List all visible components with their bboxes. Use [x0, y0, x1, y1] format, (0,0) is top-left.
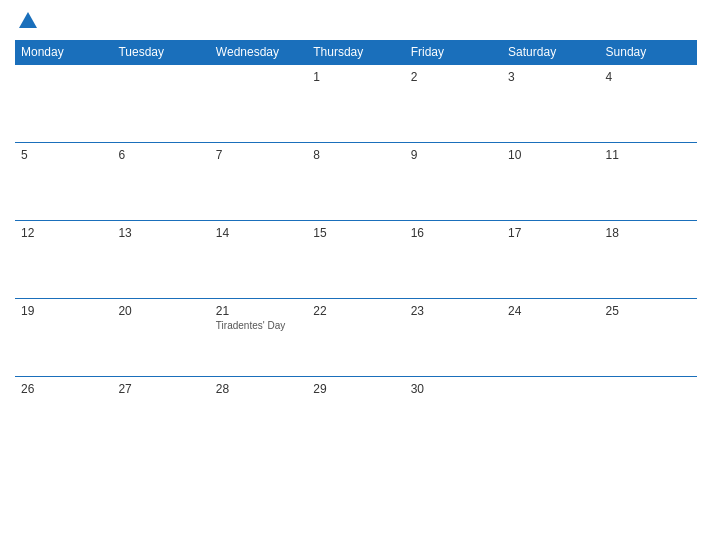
- day-number: 13: [118, 226, 203, 240]
- day-number: 14: [216, 226, 301, 240]
- day-cell: 2: [405, 65, 502, 143]
- week-row-4: 192021Tiradentes' Day22232425: [15, 299, 697, 377]
- day-cell: 17: [502, 221, 599, 299]
- day-cell: 6: [112, 143, 209, 221]
- calendar-body: 123456789101112131415161718192021Tiraden…: [15, 65, 697, 455]
- day-number: 3: [508, 70, 593, 84]
- day-number: 16: [411, 226, 496, 240]
- logo-icon: [17, 10, 39, 32]
- day-number: 23: [411, 304, 496, 318]
- day-number: 25: [606, 304, 691, 318]
- day-number: 27: [118, 382, 203, 396]
- day-cell: 22: [307, 299, 404, 377]
- day-cell: 7: [210, 143, 307, 221]
- day-cell: 11: [600, 143, 697, 221]
- day-cell: 4: [600, 65, 697, 143]
- day-number: 12: [21, 226, 106, 240]
- day-cell: 24: [502, 299, 599, 377]
- day-number: 8: [313, 148, 398, 162]
- day-cell: 1: [307, 65, 404, 143]
- day-number: 29: [313, 382, 398, 396]
- calendar-header: MondayTuesdayWednesdayThursdayFridaySatu…: [15, 40, 697, 65]
- day-number: 11: [606, 148, 691, 162]
- header: [15, 10, 697, 32]
- day-number: 5: [21, 148, 106, 162]
- day-cell: [112, 65, 209, 143]
- day-number: 18: [606, 226, 691, 240]
- col-header-saturday: Saturday: [502, 40, 599, 65]
- day-cell: 29: [307, 377, 404, 455]
- day-number: 21: [216, 304, 301, 318]
- day-cell: [502, 377, 599, 455]
- day-cell: 20: [112, 299, 209, 377]
- day-cell: 8: [307, 143, 404, 221]
- col-header-tuesday: Tuesday: [112, 40, 209, 65]
- day-cell: 26: [15, 377, 112, 455]
- day-cell: 5: [15, 143, 112, 221]
- day-cell: 9: [405, 143, 502, 221]
- day-cell: 28: [210, 377, 307, 455]
- col-header-wednesday: Wednesday: [210, 40, 307, 65]
- day-number: 2: [411, 70, 496, 84]
- day-number: 1: [313, 70, 398, 84]
- day-cell: [600, 377, 697, 455]
- day-number: 15: [313, 226, 398, 240]
- day-cell: [210, 65, 307, 143]
- day-number: 10: [508, 148, 593, 162]
- day-number: 4: [606, 70, 691, 84]
- col-header-monday: Monday: [15, 40, 112, 65]
- day-cell: 3: [502, 65, 599, 143]
- day-cell: 30: [405, 377, 502, 455]
- day-cell: 23: [405, 299, 502, 377]
- week-row-1: 1234: [15, 65, 697, 143]
- week-row-2: 567891011: [15, 143, 697, 221]
- day-cell: 13: [112, 221, 209, 299]
- col-header-friday: Friday: [405, 40, 502, 65]
- day-number: 20: [118, 304, 203, 318]
- day-cell: 16: [405, 221, 502, 299]
- day-cell: 14: [210, 221, 307, 299]
- logo: [15, 10, 39, 32]
- day-number: 30: [411, 382, 496, 396]
- day-number: 17: [508, 226, 593, 240]
- day-number: 24: [508, 304, 593, 318]
- day-number: 22: [313, 304, 398, 318]
- day-cell: 25: [600, 299, 697, 377]
- event-label: Tiradentes' Day: [216, 320, 301, 331]
- week-row-3: 12131415161718: [15, 221, 697, 299]
- day-cell: 19: [15, 299, 112, 377]
- day-cell: 27: [112, 377, 209, 455]
- day-cell: 15: [307, 221, 404, 299]
- day-number: 7: [216, 148, 301, 162]
- svg-marker-0: [19, 12, 37, 28]
- day-cell: [15, 65, 112, 143]
- day-cell: 10: [502, 143, 599, 221]
- day-number: 9: [411, 148, 496, 162]
- week-row-5: 2627282930: [15, 377, 697, 455]
- col-header-sunday: Sunday: [600, 40, 697, 65]
- day-number: 6: [118, 148, 203, 162]
- day-number: 26: [21, 382, 106, 396]
- day-cell: 18: [600, 221, 697, 299]
- day-cell: 21Tiradentes' Day: [210, 299, 307, 377]
- calendar-container: MondayTuesdayWednesdayThursdayFridaySatu…: [0, 0, 712, 550]
- calendar-table: MondayTuesdayWednesdayThursdayFridaySatu…: [15, 40, 697, 455]
- day-number: 28: [216, 382, 301, 396]
- day-number: 19: [21, 304, 106, 318]
- day-cell: 12: [15, 221, 112, 299]
- col-header-thursday: Thursday: [307, 40, 404, 65]
